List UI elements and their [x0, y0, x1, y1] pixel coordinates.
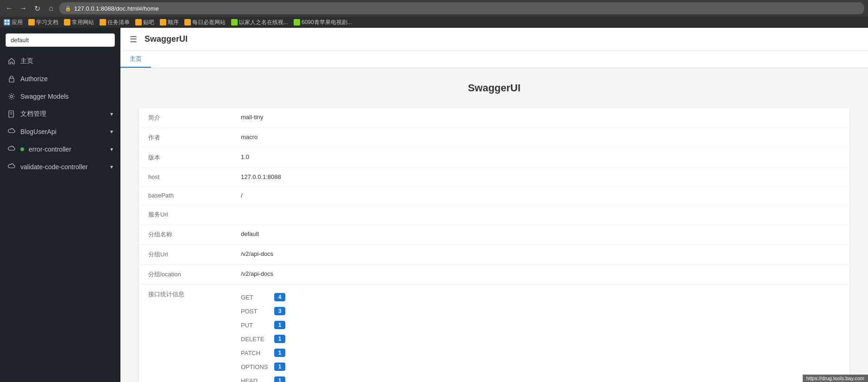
stat-item: DELETE1 — [241, 332, 840, 346]
stat-method: HEAD — [241, 377, 269, 382]
bookmark-icon-3 — [100, 19, 106, 25]
browser-chrome: ← → ↻ ⌂ 🔒 应用 学习文档 常用网站 任务清单 贴吧 — [0, 0, 868, 28]
bookmark-tieba[interactable]: 贴吧 — [135, 19, 154, 26]
stat-method: PATCH — [241, 350, 269, 357]
home-icon — [7, 57, 16, 65]
bookmark-icon-8 — [294, 19, 300, 25]
row-label: host — [139, 168, 232, 186]
row-value: 127.0.0.1:8088 — [232, 168, 849, 186]
sidebar-item-home-label: 主页 — [20, 57, 33, 65]
stat-count: 1 — [274, 335, 285, 343]
bookmark-6090[interactable]: 6090青苹果电视剧... — [294, 19, 352, 26]
table-row: 分组Url/v2/api-docs — [139, 245, 849, 265]
bookmark-label-7: 以家人之名在线视... — [239, 19, 288, 26]
svg-point-5 — [11, 96, 13, 98]
sidebar-item-blog-user-api[interactable]: BlogUserApi ▾ — [0, 123, 120, 140]
search-input[interactable]: default — [6, 33, 115, 47]
stat-count: 1 — [274, 376, 285, 382]
sidebar-item-home[interactable]: 主页 — [0, 52, 120, 70]
bookmark-label-8: 6090青苹果电视剧... — [302, 19, 352, 26]
table-row: basePath/ — [139, 186, 849, 205]
sidebar-item-validate-code-controller[interactable]: validate-code-controller ▾ — [0, 158, 120, 176]
status-text: https://drug.tools.bay.com — [806, 376, 864, 381]
bookmark-meiribibizhang[interactable]: 每日必逛网站 — [184, 19, 226, 26]
tab-bar: 主页 — [120, 51, 868, 68]
row-label: 服务Url — [139, 205, 232, 225]
hamburger-icon[interactable]: ☰ — [130, 34, 137, 45]
row-label: 版本 — [139, 148, 232, 168]
bookmark-icon-1 — [28, 19, 35, 25]
tab-home-label: 主页 — [130, 55, 142, 62]
table-row: 分组名称default — [139, 225, 849, 245]
page-title: SwaggerUI — [139, 82, 849, 94]
lock-icon — [7, 75, 16, 83]
sidebar-item-swagger-models-label: Swagger Models — [20, 93, 69, 100]
table-row: 分组location/v2/api-docs — [139, 265, 849, 285]
stat-item: PUT1 — [241, 318, 840, 332]
sidebar-item-error-controller-label: error-controller — [29, 146, 71, 153]
bookmark-icon-6 — [184, 19, 191, 25]
sidebar-item-error-controller[interactable]: error-controller ▾ — [0, 140, 120, 158]
stat-item: POST3 — [241, 304, 840, 318]
stat-item: OPTIONS1 — [241, 360, 840, 374]
bookmark-yijiarenzhiming[interactable]: 以家人之名在线视... — [231, 19, 288, 26]
address-bar[interactable]: 🔒 — [59, 2, 864, 14]
bookmark-label-6: 每日必逛网站 — [192, 19, 226, 26]
app-container: default 主页 Authorize Swagger Models — [0, 28, 868, 382]
bookmark-icon-5 — [160, 19, 166, 25]
bookmark-label-2: 常用网站 — [72, 19, 94, 26]
stat-count: 1 — [274, 363, 285, 371]
stat-count: 1 — [274, 349, 285, 357]
row-label: basePath — [139, 186, 232, 205]
row-label: 作者 — [139, 128, 232, 148]
row-value: /v2/api-docs — [232, 245, 849, 265]
sidebar-item-authorize[interactable]: Authorize — [0, 70, 120, 88]
stat-method: POST — [241, 308, 269, 315]
stat-item: HEAD1 — [241, 374, 840, 382]
svg-rect-4 — [9, 78, 14, 82]
row-label: 分组Url — [139, 245, 232, 265]
stats-label: 接口统计信息 — [139, 285, 232, 382]
lock-icon: 🔒 — [65, 6, 71, 12]
row-label: 分组名称 — [139, 225, 232, 245]
chevron-down-icon: ▾ — [110, 111, 113, 117]
bookmark-apps-label: 应用 — [12, 19, 23, 26]
row-value: mall-tiny — [232, 108, 849, 128]
bookmark-changyongwangzhan[interactable]: 常用网站 — [64, 19, 94, 26]
svg-rect-2 — [5, 23, 6, 25]
forward-button[interactable]: → — [18, 3, 29, 14]
sidebar-item-doc-manage[interactable]: 文档管理 ▾ — [0, 105, 120, 123]
sidebar-item-swagger-models[interactable]: Swagger Models — [0, 88, 120, 105]
tab-home[interactable]: 主页 — [120, 51, 151, 68]
table-row: 作者macro — [139, 128, 849, 148]
table-row: 版本1.0 — [139, 148, 849, 168]
stat-method: OPTIONS — [241, 363, 269, 370]
table-row: 服务Url — [139, 205, 849, 225]
refresh-button[interactable]: ↻ — [31, 3, 43, 14]
row-value: /v2/api-docs — [232, 265, 849, 285]
status-dot — [20, 147, 24, 151]
bookmarks-bar: 应用 学习文档 常用网站 任务清单 贴吧 顺序 每日必逛网站 以家人之名在线视 — [0, 17, 868, 28]
sidebar-item-doc-manage-label: 文档管理 — [20, 110, 46, 118]
bookmark-apps[interactable]: 应用 — [4, 19, 23, 26]
bookmark-icon-7 — [231, 19, 238, 25]
status-bar: https://drug.tools.bay.com — [803, 375, 868, 382]
bookmark-label-4: 贴吧 — [143, 19, 154, 26]
apps-icon — [4, 19, 10, 25]
row-value: / — [232, 186, 849, 205]
sidebar-nav: 主页 Authorize Swagger Models 文档管理 ▾ — [0, 52, 120, 382]
stat-method: GET — [241, 294, 269, 301]
browser-toolbar: ← → ↻ ⌂ 🔒 — [0, 0, 868, 17]
stats-values: GET4POST3PUT1DELETE1PATCH1OPTIONS1HEAD1 — [232, 285, 849, 382]
home-button[interactable]: ⌂ — [45, 3, 57, 14]
table-row: 简介mall-tiny — [139, 108, 849, 128]
chevron-down-icon-3: ▾ — [110, 146, 113, 153]
brand-label: SwaggerUI — [145, 34, 188, 44]
cloud-icon — [7, 127, 16, 136]
back-button[interactable]: ← — [4, 3, 15, 14]
bookmark-xuexiwenzang[interactable]: 学习文档 — [28, 19, 58, 26]
bookmark-shunxu[interactable]: 顺序 — [160, 19, 179, 26]
address-input[interactable] — [74, 5, 859, 12]
bookmark-renwuqingdan[interactable]: 任务清单 — [100, 19, 130, 26]
content-area: SwaggerUI 简介mall-tiny作者macro版本1.0host127… — [120, 68, 868, 382]
